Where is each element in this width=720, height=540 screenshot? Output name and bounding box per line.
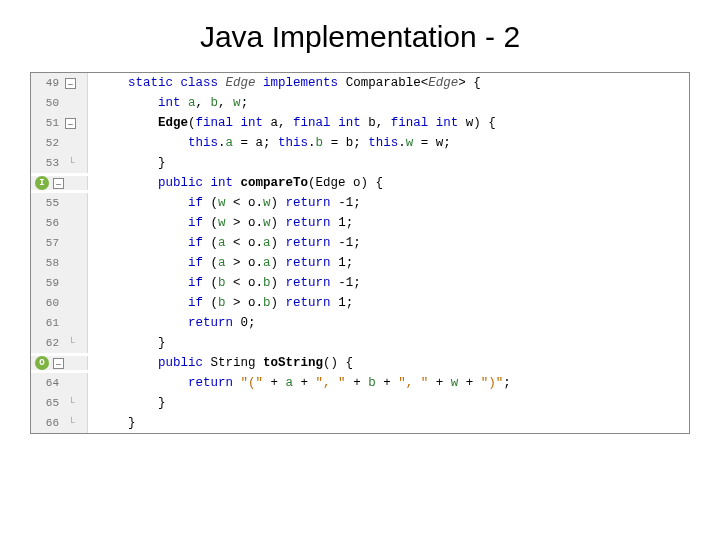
- line-number: 59: [31, 273, 61, 293]
- code-content[interactable]: if (b < o.b) return -1;: [88, 273, 361, 293]
- code-content[interactable]: public int compareTo(Edge o) {: [88, 173, 383, 193]
- gutter: I−: [31, 176, 88, 190]
- code-line: 58 if (a > o.a) return 1;: [31, 253, 689, 273]
- code-content[interactable]: public String toString() {: [88, 353, 353, 373]
- gutter: 57: [31, 233, 88, 253]
- gutter: O−: [31, 356, 88, 370]
- fold-end-icon: └: [68, 153, 75, 173]
- fold-toggle-icon[interactable]: −: [53, 358, 64, 369]
- code-content[interactable]: if (a > o.a) return 1;: [88, 253, 353, 273]
- code-line: O− public String toString() {: [31, 353, 689, 373]
- gutter: 65└: [31, 393, 88, 413]
- code-line: 49− static class Edge implements Compara…: [31, 73, 689, 93]
- code-editor: 49− static class Edge implements Compara…: [30, 72, 690, 434]
- gutter: 49−: [31, 73, 88, 93]
- gutter: 64: [31, 373, 88, 393]
- line-number: 55: [31, 193, 61, 213]
- code-line: 59 if (b < o.b) return -1;: [31, 273, 689, 293]
- line-number: 50: [31, 93, 61, 113]
- code-content[interactable]: int a, b, w;: [88, 93, 248, 113]
- fold-end-icon: └: [68, 413, 75, 433]
- line-number: 62: [31, 333, 61, 353]
- gutter: 59: [31, 273, 88, 293]
- line-number: 56: [31, 213, 61, 233]
- fold-toggle-icon[interactable]: −: [53, 178, 64, 189]
- line-number: 60: [31, 293, 61, 313]
- code-content[interactable]: return 0;: [88, 313, 256, 333]
- fold-toggle-icon[interactable]: −: [65, 118, 76, 129]
- gutter: 50: [31, 93, 88, 113]
- code-line: 57 if (a < o.a) return -1;: [31, 233, 689, 253]
- code-content[interactable]: }: [88, 393, 166, 413]
- gutter: 60: [31, 293, 88, 313]
- gutter: 62└: [31, 333, 88, 353]
- line-number: 52: [31, 133, 61, 153]
- gutter: 52: [31, 133, 88, 153]
- line-number: 66: [31, 413, 61, 433]
- code-content[interactable]: if (a < o.a) return -1;: [88, 233, 361, 253]
- gutter: 55: [31, 193, 88, 213]
- code-line: 56 if (w > o.w) return 1;: [31, 213, 689, 233]
- fold-toggle-icon[interactable]: −: [65, 78, 76, 89]
- code-content[interactable]: if (b > o.b) return 1;: [88, 293, 353, 313]
- fold-end-icon: └: [68, 333, 75, 353]
- line-number: 58: [31, 253, 61, 273]
- code-line: 50 int a, b, w;: [31, 93, 689, 113]
- code-line: 62└ }: [31, 333, 689, 353]
- override-badge-icon[interactable]: I: [35, 176, 49, 190]
- line-number: 61: [31, 313, 61, 333]
- gutter: 66└: [31, 413, 88, 433]
- override-badge-icon[interactable]: O: [35, 356, 49, 370]
- code-content[interactable]: static class Edge implements Comparable<…: [88, 73, 481, 93]
- code-line: 52 this.a = a; this.b = b; this.w = w;: [31, 133, 689, 153]
- line-number: 49: [31, 73, 61, 93]
- gutter: 56: [31, 213, 88, 233]
- gutter: 61: [31, 313, 88, 333]
- line-number: 53: [31, 153, 61, 173]
- code-line: 64 return "(" + a + ", " + b + ", " + w …: [31, 373, 689, 393]
- code-line: 51− Edge(final int a, final int b, final…: [31, 113, 689, 133]
- code-line: 55 if (w < o.w) return -1;: [31, 193, 689, 213]
- gutter: 53└: [31, 153, 88, 173]
- code-line: 60 if (b > o.b) return 1;: [31, 293, 689, 313]
- line-number: 51: [31, 113, 61, 133]
- gutter: 51−: [31, 113, 88, 133]
- code-content[interactable]: }: [88, 413, 136, 433]
- code-content[interactable]: if (w < o.w) return -1;: [88, 193, 361, 213]
- code-line: 66└ }: [31, 413, 689, 433]
- code-content[interactable]: if (w > o.w) return 1;: [88, 213, 353, 233]
- line-number: 64: [31, 373, 61, 393]
- code-content[interactable]: }: [88, 153, 166, 173]
- code-content[interactable]: this.a = a; this.b = b; this.w = w;: [88, 133, 451, 153]
- fold-end-icon: └: [68, 393, 75, 413]
- code-content[interactable]: Edge(final int a, final int b, final int…: [88, 113, 496, 133]
- code-line: 61 return 0;: [31, 313, 689, 333]
- code-line: 53└ }: [31, 153, 689, 173]
- gutter: 58: [31, 253, 88, 273]
- code-content[interactable]: }: [88, 333, 166, 353]
- line-number: 65: [31, 393, 61, 413]
- line-number: 57: [31, 233, 61, 253]
- slide-title: Java Implementation - 2: [30, 20, 690, 54]
- code-content[interactable]: return "(" + a + ", " + b + ", " + w + "…: [88, 373, 511, 393]
- code-line: 65└ }: [31, 393, 689, 413]
- code-line: I− public int compareTo(Edge o) {: [31, 173, 689, 193]
